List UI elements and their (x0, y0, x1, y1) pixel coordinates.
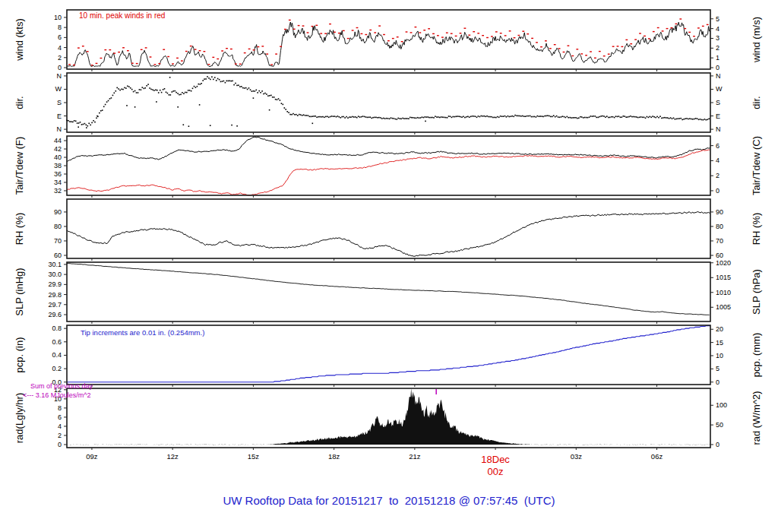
svg-text:50: 50 (716, 421, 723, 429)
svg-text:18Dec: 18Dec (481, 454, 510, 465)
svg-text:RH (%): RH (%) (14, 213, 25, 245)
chart-canvas: 0246810012345wind (kts)wind (m/s)10 min.… (0, 0, 778, 532)
svg-text:6: 6 (58, 413, 62, 421)
svg-text:0: 0 (716, 378, 719, 386)
svg-text:44: 44 (54, 137, 62, 144)
svg-text:29.7: 29.7 (48, 301, 62, 309)
svg-text:18z: 18z (328, 452, 340, 461)
panel-frame-slp (67, 262, 710, 321)
svg-text:0: 0 (716, 441, 719, 448)
svg-text:29.9: 29.9 (48, 280, 62, 288)
panel-rad: 024681012050100rad(Lgly/hr)rad (W/m^2)Su… (14, 382, 762, 450)
series-solar-radiation (67, 388, 710, 445)
svg-text:30.0: 30.0 (48, 271, 62, 278)
svg-text:SLP (hPa): SLP (hPa) (751, 269, 762, 315)
svg-text:60: 60 (716, 252, 723, 259)
svg-text:80: 80 (716, 223, 723, 230)
panel-temp: 323436384042440246Tair/Tdew (F)Tair/Tdew… (14, 136, 762, 198)
svg-text:90: 90 (54, 208, 62, 216)
svg-text:00z: 00z (488, 466, 504, 477)
svg-text:0: 0 (58, 441, 62, 448)
panel-frame-temp (67, 136, 710, 195)
svg-text:4: 4 (58, 44, 62, 52)
svg-text:2: 2 (58, 54, 62, 62)
series-wind-direction (66, 76, 710, 128)
svg-text:5: 5 (716, 15, 719, 23)
svg-text:36: 36 (54, 170, 62, 178)
svg-text:2: 2 (58, 432, 62, 439)
svg-text:0: 0 (716, 64, 719, 71)
svg-text:E: E (716, 112, 720, 120)
panel-dir: NESWNNESWNdir.dir. (14, 72, 762, 135)
svg-text:06z: 06z (651, 452, 663, 461)
svg-text:4: 4 (716, 157, 719, 164)
svg-text:09z: 09z (86, 452, 98, 461)
figure-title: UW Rooftop Data for 20151217 to 20151218… (0, 494, 778, 507)
svg-text:70: 70 (54, 237, 62, 245)
series-peak-wind-dots (68, 18, 709, 65)
svg-text:0: 0 (58, 64, 62, 71)
svg-text:1015: 1015 (716, 274, 731, 281)
svg-text:30.1: 30.1 (48, 261, 62, 268)
svg-text:10: 10 (716, 352, 723, 359)
svg-text:<--- 3.16 MJoules/m^2: <--- 3.16 MJoules/m^2 (23, 391, 91, 399)
series-tdew (67, 150, 710, 195)
svg-text:0: 0 (716, 187, 719, 195)
svg-text:rad(Lgly/hr): rad(Lgly/hr) (14, 393, 25, 443)
svg-text:rad (W/m^2): rad (W/m^2) (751, 391, 762, 445)
svg-text:4: 4 (58, 423, 62, 430)
weather-multipanel-figure: 0246810012345wind (kts)wind (m/s)10 min.… (0, 0, 778, 532)
svg-text:Tair/Tdew (F): Tair/Tdew (F) (14, 137, 25, 195)
svg-text:8: 8 (58, 404, 62, 412)
svg-text:40: 40 (54, 154, 62, 161)
svg-text:0.6: 0.6 (52, 338, 62, 346)
svg-text:N: N (716, 125, 721, 133)
panel-slp: 29.629.729.829.930.030.11005101010151020… (14, 259, 762, 324)
svg-text:E: E (57, 112, 62, 120)
svg-text:0.8: 0.8 (52, 325, 62, 332)
svg-text:29.8: 29.8 (48, 291, 62, 299)
svg-text:Sum of previous day: Sum of previous day (30, 382, 93, 390)
svg-text:2: 2 (716, 172, 719, 179)
svg-text:RH (%): RH (%) (751, 213, 762, 245)
svg-text:S: S (57, 99, 62, 106)
svg-text:Tair/Tdew (C): Tair/Tdew (C) (751, 136, 762, 195)
svg-text:SLP (inHg): SLP (inHg) (14, 268, 25, 315)
svg-text:03z: 03z (571, 452, 583, 461)
series-wind-speed (67, 22, 710, 66)
svg-text:pcp. (in): pcp. (in) (14, 337, 25, 373)
svg-text:dir.: dir. (14, 96, 25, 109)
svg-text:0.4: 0.4 (52, 351, 62, 359)
svg-text:60: 60 (54, 252, 62, 259)
svg-text:wind (m/s): wind (m/s) (751, 17, 762, 63)
svg-text:dir.: dir. (751, 96, 762, 109)
svg-text:100: 100 (716, 401, 727, 409)
svg-text:8: 8 (58, 24, 62, 31)
svg-text:N: N (57, 125, 62, 133)
svg-text:32: 32 (54, 187, 62, 195)
svg-text:5: 5 (716, 365, 719, 372)
svg-text:80: 80 (54, 223, 62, 230)
svg-text:15: 15 (716, 339, 723, 347)
svg-text:1010: 1010 (716, 289, 731, 296)
panel-frame-dir (67, 73, 710, 132)
svg-text:0.2: 0.2 (52, 365, 62, 372)
svg-text:wind (kts): wind (kts) (14, 18, 25, 62)
svg-text:1: 1 (716, 54, 719, 62)
panel-rh: 6070809060708090RH (%)RH (%) (14, 199, 762, 261)
svg-text:10 min. peak winds in red: 10 min. peak winds in red (79, 11, 165, 20)
svg-text:N: N (57, 72, 62, 80)
svg-text:N: N (716, 72, 721, 80)
svg-text:6: 6 (58, 33, 62, 41)
panel-pcp: 0.00.20.40.60.805101520pcp. (in)pcp. (mm… (14, 325, 762, 387)
x-axis-labels: 09z12z15z18z21z18Dec00z03z06z (86, 452, 663, 477)
svg-text:70: 70 (716, 237, 723, 245)
svg-text:20: 20 (716, 325, 723, 333)
svg-text:12z: 12z (166, 452, 179, 461)
svg-text:W: W (55, 85, 62, 93)
svg-text:S: S (716, 99, 720, 106)
svg-text:21z: 21z (409, 452, 421, 461)
svg-text:29.6: 29.6 (48, 311, 62, 318)
svg-text:34: 34 (54, 179, 62, 186)
svg-text:10: 10 (54, 14, 62, 21)
